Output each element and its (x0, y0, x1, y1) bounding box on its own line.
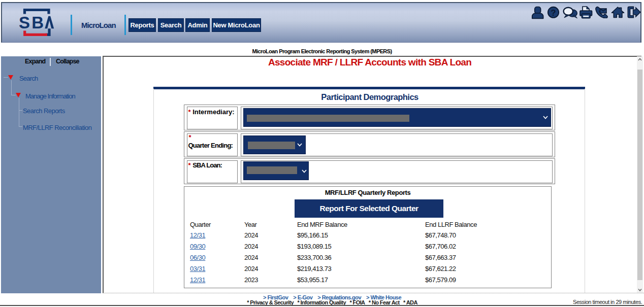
svg-text:S: S (19, 13, 30, 32)
svg-text:B: B (31, 13, 44, 32)
svg-text:?: ? (551, 8, 556, 18)
